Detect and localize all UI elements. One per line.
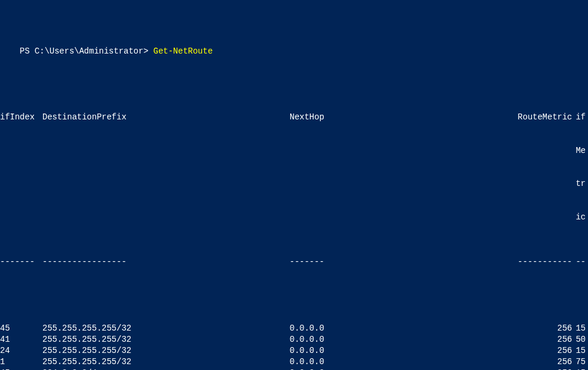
cell-ifmetric: 50	[572, 334, 586, 345]
powershell-terminal[interactable]: PS C:\Users\Administrator> Get-NetRoute …	[0, 1, 588, 370]
header-ifmetric-line1: Me	[572, 145, 586, 156]
header-nexthop: NextHop	[290, 112, 509, 123]
table-row: 45224.0.0.0/40.0.0.025615	[0, 368, 588, 371]
prompt-arrow: >	[144, 46, 154, 56]
cell-ifmetric: 75	[572, 356, 586, 368]
header-destination-prefix: DestinationPrefix	[42, 112, 290, 123]
dashes-nexthop: -------	[290, 256, 509, 268]
dashes-destination-prefix: -----------------	[42, 256, 290, 268]
cell-routemetric: 256	[509, 334, 572, 345]
table-row: 1255.255.255.255/320.0.0.025675	[0, 356, 588, 368]
cell-routemetric: 256	[509, 356, 572, 368]
cell-ifindex: 45	[0, 368, 42, 371]
header-ifmetric-line0: if	[572, 112, 586, 123]
dashes-ifmetric: --	[572, 256, 586, 268]
table-header-wrap-3: ic	[0, 212, 588, 223]
header-ifmetric-line3: ic	[572, 212, 586, 223]
header-routemetric: RouteMetric	[509, 112, 572, 123]
cell-ifmetric: 15	[572, 323, 586, 334]
cell-destination-prefix: 255.255.255.255/32	[42, 356, 290, 368]
table-row: 45255.255.255.255/320.0.0.025615	[0, 323, 588, 334]
prompt-path: C:\Users\Administrator	[35, 46, 144, 56]
cell-destination-prefix: 255.255.255.255/32	[42, 345, 290, 356]
table-dashes-row: ------- ----------------- ------- ------…	[0, 256, 588, 268]
cell-ifindex: 1	[0, 356, 42, 368]
header-ifindex: ifIndex	[0, 112, 42, 123]
cell-nexthop: 0.0.0.0	[290, 334, 509, 345]
routes-table-body: 45255.255.255.255/320.0.0.02561541255.25…	[0, 301, 588, 370]
table-row: 41255.255.255.255/320.0.0.025650	[0, 334, 588, 345]
cell-nexthop: 0.0.0.0	[290, 356, 509, 368]
header-ifmetric-line2: tr	[572, 178, 586, 189]
table-header-wrap-2: tr	[0, 178, 588, 189]
cell-ifmetric: 15	[572, 345, 586, 356]
prompt-line: PS C:\Users\Administrator> Get-NetRoute	[0, 35, 588, 68]
cell-routemetric: 256	[509, 323, 572, 334]
table-row: 24255.255.255.255/320.0.0.025615	[0, 345, 588, 356]
table-header-row: ifIndex DestinationPrefix NextHop RouteM…	[0, 112, 588, 123]
cell-nexthop: 0.0.0.0	[290, 345, 509, 356]
cell-ifindex: 24	[0, 345, 42, 356]
dashes-routemetric: -----------	[509, 256, 572, 268]
cell-destination-prefix: 255.255.255.255/32	[42, 323, 290, 334]
cell-routemetric: 256	[509, 345, 572, 356]
command-text: Get-NetRoute	[153, 46, 212, 56]
cell-ifindex: 41	[0, 334, 42, 345]
cell-destination-prefix: 224.0.0.0/4	[42, 368, 290, 371]
table-header-wrap-1: Me	[0, 145, 588, 156]
cell-nexthop: 0.0.0.0	[290, 368, 509, 371]
cell-ifindex: 45	[0, 323, 42, 334]
cell-destination-prefix: 255.255.255.255/32	[42, 334, 290, 345]
dashes-ifindex: -------	[0, 256, 42, 268]
cell-nexthop: 0.0.0.0	[290, 323, 509, 334]
cell-routemetric: 256	[509, 368, 572, 371]
cell-ifmetric: 15	[572, 368, 586, 371]
prompt-prefix: PS	[20, 46, 35, 56]
